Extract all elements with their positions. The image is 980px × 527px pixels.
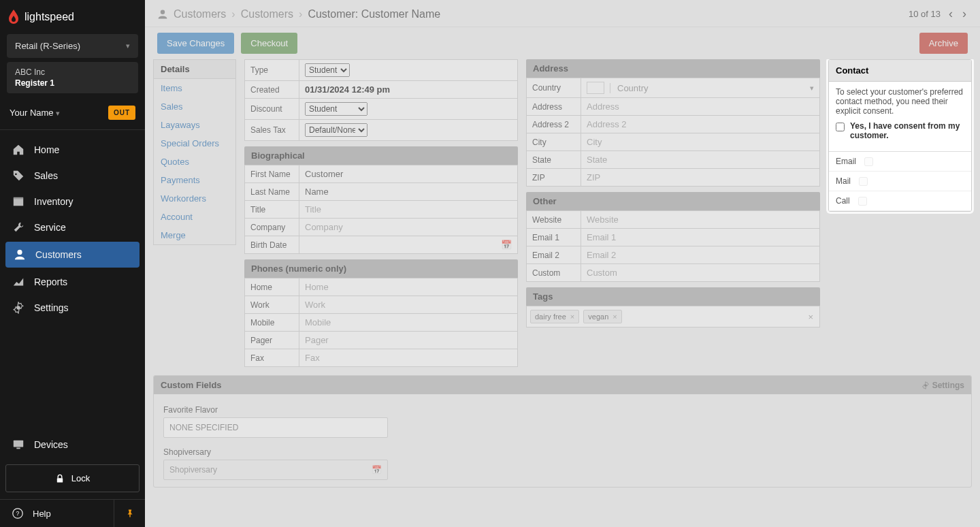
subnav-payments[interactable]: Payments xyxy=(154,171,235,189)
addr1-input[interactable] xyxy=(587,101,814,112)
contact-mail-checkbox[interactable] xyxy=(859,177,868,186)
register-name: Register 1 xyxy=(15,78,130,88)
email1-label: Email 1 xyxy=(527,229,581,246)
subnav-items[interactable]: Items xyxy=(154,79,235,97)
pin-button[interactable] xyxy=(114,500,145,527)
contact-panel: Contact To select your customer's prefer… xyxy=(828,59,972,212)
nav-devices[interactable]: Devices xyxy=(0,432,145,458)
custom-fields-header: Custom Fields Settings xyxy=(154,376,971,394)
tag: vegan× xyxy=(583,310,621,323)
pager-prev[interactable]: ‹ xyxy=(947,7,954,21)
user-row[interactable]: Your Name ▾ OUT xyxy=(0,97,145,130)
city-label: City xyxy=(527,133,581,151)
tags-clear[interactable]: × xyxy=(805,312,816,322)
pager-phone-input[interactable] xyxy=(305,335,512,345)
addr1-label: Address xyxy=(527,98,581,116)
svg-rect-5 xyxy=(16,448,20,449)
contact-call-checkbox[interactable] xyxy=(858,197,867,206)
city-input[interactable] xyxy=(587,137,814,147)
addr2-input[interactable] xyxy=(587,119,814,129)
consent-checkbox[interactable] xyxy=(836,123,845,131)
birthdate-input[interactable] xyxy=(305,240,501,250)
calendar-icon[interactable]: 📅 xyxy=(501,240,512,250)
consent-row[interactable]: Yes, I have consent from my customer. xyxy=(836,121,964,140)
sidebar: lightspeed Retail (R-Series) ▾ ABC Inc R… xyxy=(0,0,145,527)
lock-button[interactable]: Lock xyxy=(5,464,140,492)
tags-input[interactable]: dairy free× vegan× × xyxy=(526,306,820,328)
subnav-quotes[interactable]: Quotes xyxy=(154,153,235,171)
contact-email-checkbox[interactable] xyxy=(864,157,873,166)
state-input[interactable] xyxy=(587,155,814,165)
favorite-flavor-input[interactable] xyxy=(163,417,388,438)
svg-rect-1 xyxy=(14,197,23,199)
pager-next[interactable]: › xyxy=(961,7,968,21)
svg-point-10 xyxy=(924,384,927,387)
nav-home[interactable]: Home xyxy=(0,137,145,163)
tag-remove[interactable]: × xyxy=(612,313,617,321)
fax-phone-input[interactable] xyxy=(305,353,512,363)
help-button[interactable]: ? Help xyxy=(0,500,114,527)
save-button[interactable]: Save Changes xyxy=(157,33,234,54)
crumb-customers[interactable]: Customers xyxy=(174,8,226,20)
birthdate-label: Birth Date xyxy=(245,236,299,254)
title-input[interactable] xyxy=(305,204,512,214)
chart-icon xyxy=(12,276,24,288)
zip-input[interactable] xyxy=(587,172,814,182)
state-label: State xyxy=(527,151,581,169)
custom-fields-settings[interactable]: Settings xyxy=(921,381,964,390)
shopiversary-placeholder: Shopiversary xyxy=(169,465,217,475)
sidebar-bottom: Devices Lock ? Help xyxy=(0,432,145,527)
contact-header: Contact xyxy=(829,60,971,82)
consent-label: Yes, I have consent from my customer. xyxy=(850,121,964,140)
subnav-layaways[interactable]: Layaways xyxy=(154,116,235,134)
contact-call-row: Call xyxy=(829,191,971,211)
type-select[interactable]: Student xyxy=(305,63,350,77)
nav-service[interactable]: Service xyxy=(0,214,145,240)
devices-label: Devices xyxy=(34,439,68,450)
work-phone-input[interactable] xyxy=(305,300,512,310)
nav-label: Sales xyxy=(34,170,58,181)
checkout-button[interactable]: Checkout xyxy=(241,33,297,54)
gear-icon xyxy=(921,381,930,389)
tag-label: dairy free xyxy=(535,313,566,321)
home-phone-input[interactable] xyxy=(305,282,512,292)
subnav-workorders[interactable]: Workorders xyxy=(154,189,235,208)
custom-input[interactable] xyxy=(587,268,814,278)
mobile-phone-input[interactable] xyxy=(305,317,512,328)
nav-inventory[interactable]: Inventory xyxy=(0,189,145,214)
subnav-account[interactable]: Account xyxy=(154,208,235,226)
retail-selector[interactable]: Retail (R-Series) ▾ xyxy=(7,34,138,58)
nav-customers[interactable]: Customers xyxy=(5,242,140,268)
created-label: Created xyxy=(245,81,299,99)
country-select[interactable]: Country▾ xyxy=(587,82,814,94)
contact-note: To select your customer's preferred cont… xyxy=(836,87,964,116)
crumb-customers-list[interactable]: Customers xyxy=(241,8,293,20)
company-input[interactable] xyxy=(305,222,512,232)
shopiversary-input[interactable]: Shopiversary 📅 xyxy=(163,460,388,480)
nav-reports[interactable]: Reports xyxy=(0,269,145,295)
nav-settings[interactable]: Settings xyxy=(0,295,145,321)
website-input[interactable] xyxy=(587,214,814,225)
created-value: 01/31/2024 12:49 pm xyxy=(299,81,518,99)
shopiversary-label: Shopiversary xyxy=(163,447,962,457)
nav-sales[interactable]: Sales xyxy=(0,163,145,189)
email2-input[interactable] xyxy=(587,250,814,260)
calendar-icon[interactable]: 📅 xyxy=(372,465,382,475)
firstname-input[interactable] xyxy=(305,169,512,179)
company-card[interactable]: ABC Inc Register 1 xyxy=(7,62,138,93)
subnav-merge[interactable]: Merge xyxy=(154,226,235,244)
flag-icon xyxy=(587,82,604,94)
discount-select[interactable]: Student xyxy=(305,102,368,116)
clockout-badge[interactable]: OUT xyxy=(108,106,135,120)
salestax-select[interactable]: Default/None xyxy=(305,123,368,137)
type-label: Type xyxy=(245,60,299,81)
subnav-special-orders[interactable]: Special Orders xyxy=(154,134,235,153)
contact-mail-label: Mail xyxy=(836,176,851,186)
svg-text:?: ? xyxy=(16,510,20,517)
title-label: Title xyxy=(245,201,299,219)
email1-input[interactable] xyxy=(587,232,814,242)
subnav-sales[interactable]: Sales xyxy=(154,97,235,116)
lastname-input[interactable] xyxy=(305,187,512,197)
tag-remove[interactable]: × xyxy=(570,313,574,321)
archive-button[interactable]: Archive xyxy=(919,33,968,54)
